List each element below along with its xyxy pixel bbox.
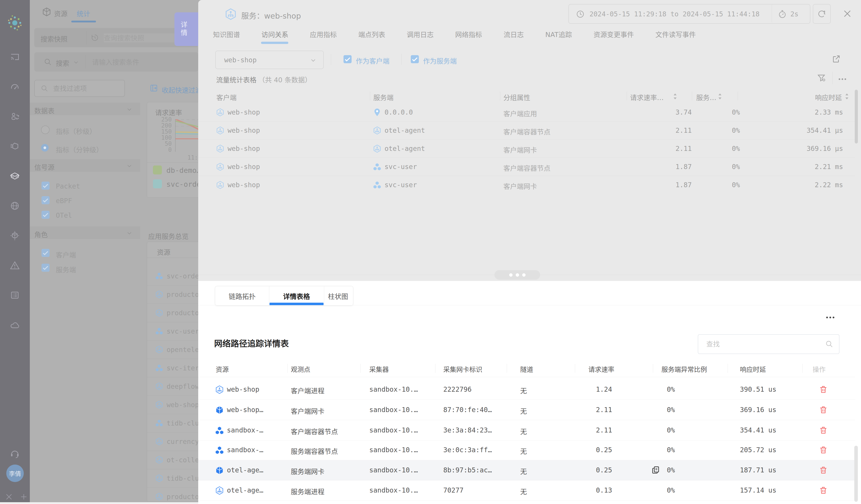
checkbox-packet[interactable] xyxy=(41,181,50,190)
resource-list-item[interactable]: opentele xyxy=(147,340,198,359)
tab-bar-chart[interactable]: 柱状图 xyxy=(324,286,352,305)
warning-icon[interactable] xyxy=(10,260,20,270)
delete-icon[interactable] xyxy=(819,486,828,495)
legend-label[interactable]: svc-orde… xyxy=(166,180,198,189)
tab-file-rw-events[interactable]: 文件读写事件 xyxy=(655,29,696,39)
report-icon[interactable] xyxy=(10,290,20,300)
interval-text[interactable]: 2s xyxy=(790,10,798,18)
col-latency[interactable]: 响应时延 xyxy=(740,364,766,374)
close-tab-icon[interactable] xyxy=(5,493,13,501)
tab-flow-logs[interactable]: 流日志 xyxy=(504,29,524,39)
section-data-table[interactable]: 数据表 xyxy=(30,103,140,115)
drawer-table-row[interactable]: web-shop…客户端网卡sandbox-10.…87:70:fe:40…无2… xyxy=(198,400,855,420)
checkbox-ebpf[interactable] xyxy=(41,196,50,204)
refresh-box[interactable] xyxy=(813,4,831,24)
tab-detail-table[interactable]: 详情表格 xyxy=(269,286,324,305)
gauge-icon[interactable] xyxy=(10,82,20,92)
col-observation-point[interactable]: 观测点 xyxy=(291,364,310,374)
flow-scrollbar[interactable] xyxy=(855,90,858,144)
col-client[interactable]: 客户端 xyxy=(216,92,236,102)
history-icon[interactable] xyxy=(91,33,99,42)
col-collector[interactable]: 采集器 xyxy=(369,364,389,374)
radio-metric-second[interactable] xyxy=(41,125,50,134)
delete-icon[interactable] xyxy=(819,446,828,454)
search-condition-input[interactable] xyxy=(92,58,191,67)
tab-network-metrics[interactable]: 网络指标 xyxy=(455,29,482,39)
sort-icon[interactable] xyxy=(673,93,677,100)
search-mode-label[interactable]: 搜索 xyxy=(56,58,69,68)
avatar[interactable]: 李倩 xyxy=(6,465,24,482)
resource-list-item[interactable]: producto xyxy=(147,487,198,502)
col-server-error-ratio[interactable]: 服务端异常比例 xyxy=(661,364,707,374)
legend-label[interactable]: db-demo… xyxy=(166,166,198,175)
drawer-table-row[interactable]: otel-age…服务端网卡sandbox-10.…8b:97:b5:ac…无0… xyxy=(198,460,855,480)
legend-chip[interactable] xyxy=(153,165,162,174)
col-request-rate[interactable]: 请求速率 xyxy=(588,364,614,374)
tab-nat-tracing[interactable]: NAT追踪 xyxy=(545,29,572,39)
flow-table-row[interactable]: web-shopsvc-user客户端容器节点1.870%2.21 ms xyxy=(198,158,855,176)
col-nic-id[interactable]: 采集网卡标识 xyxy=(443,364,482,374)
checkbox-otel[interactable] xyxy=(41,211,50,219)
user-switch-icon[interactable] xyxy=(10,111,20,121)
delete-icon[interactable] xyxy=(819,405,828,414)
tab-stats[interactable]: 统计 xyxy=(77,8,90,18)
flow-table-row[interactable]: web-shopsvc-user客户端网卡1.870%2.22 ms xyxy=(198,176,855,194)
delivery-icon[interactable] xyxy=(10,141,20,151)
drawer-drag-handle[interactable] xyxy=(494,270,540,280)
cube-3d-icon[interactable] xyxy=(10,231,20,241)
tab-knowledge-graph[interactable]: 知识图谱 xyxy=(213,29,240,39)
tab-access-relations[interactable]: 访问关系 xyxy=(261,29,288,39)
col-resource[interactable]: 资源 xyxy=(216,364,229,374)
globe-icon[interactable] xyxy=(10,201,20,211)
delete-icon[interactable] xyxy=(819,426,828,435)
deepflow-logo-icon[interactable] xyxy=(5,13,25,33)
resource-list-item[interactable]: producto xyxy=(147,285,198,304)
sort-icon[interactable] xyxy=(718,93,722,100)
delete-icon[interactable] xyxy=(819,385,828,394)
tab-call-logs[interactable]: 调用日志 xyxy=(407,29,434,39)
service-select[interactable]: web-shop xyxy=(215,51,324,69)
flow-table-row[interactable]: web-shopotel-agent客户端容器节点2.110%354.41 µs xyxy=(198,122,855,140)
checkbox-client[interactable] xyxy=(41,249,50,257)
flow-table-row[interactable]: web-shop0.0.0.0客户端应用3.740%2.33 ms xyxy=(198,103,855,122)
more-icon[interactable] xyxy=(838,74,847,84)
drawer-scrollbar[interactable] xyxy=(854,446,858,502)
resource-list-item[interactable]: deepflow xyxy=(147,377,198,396)
more-icon[interactable] xyxy=(825,312,835,323)
drawer-table-row[interactable]: otel-age…服务端进程sandbox-10.…70277无0.130%15… xyxy=(198,480,855,501)
col-server[interactable]: 服务端 xyxy=(373,92,394,102)
drawer-table-row[interactable]: web-shop客户端进程sandbox-10.…2222796无1.240%3… xyxy=(198,380,855,400)
col-latency[interactable]: 响应时延 xyxy=(775,92,842,102)
tab-topology[interactable]: 链路拓扑 xyxy=(215,286,269,305)
resource-list-item[interactable]: tidb-clu xyxy=(147,469,198,488)
cloud-icon[interactable] xyxy=(10,320,20,330)
resource-list-item[interactable]: ot-colle xyxy=(147,451,198,469)
collapse-filter-icon[interactable] xyxy=(150,84,158,92)
resource-list-item[interactable]: web-shop xyxy=(147,395,198,414)
col-request-rate[interactable]: 请求速率… xyxy=(630,92,664,102)
flow-table-row[interactable]: web-shopotel-agent客户端网卡2.110%369.16 µs xyxy=(198,140,855,158)
tab-resource[interactable]: 资源 xyxy=(54,8,68,18)
section-signal-source[interactable]: 信号源 xyxy=(30,159,140,172)
col-group[interactable]: 分组属性 xyxy=(503,92,530,102)
radio-metric-minute[interactable] xyxy=(41,144,49,152)
drawer-search-input[interactable] xyxy=(706,339,818,349)
section-role[interactable]: 角色 xyxy=(30,227,140,239)
tab-endpoint-list[interactable]: 端点列表 xyxy=(358,29,385,39)
sort-icon[interactable] xyxy=(845,93,849,100)
tab-app-metrics[interactable]: 应用指标 xyxy=(310,29,337,39)
legend-chip[interactable] xyxy=(153,179,162,188)
col-tunnel[interactable]: 隧道 xyxy=(520,364,533,374)
support-headset-icon[interactable] xyxy=(10,448,20,458)
resource-list-item[interactable]: tidb-clu xyxy=(147,414,198,433)
checkbox-as-server[interactable] xyxy=(411,55,419,63)
open-box-icon[interactable] xyxy=(10,171,20,181)
new-tab-icon[interactable] xyxy=(20,493,28,501)
trace-filter-icon[interactable] xyxy=(817,73,826,82)
close-icon[interactable] xyxy=(843,9,852,18)
tab-resource-change-events[interactable]: 资源变更事件 xyxy=(593,29,634,39)
cast-icon[interactable] xyxy=(10,52,20,62)
drawer-table-row[interactable]: sandbox-…服务端容器节点sandbox-10.…3e:0c:3a:ff…… xyxy=(198,440,855,460)
resource-list-item[interactable]: producto xyxy=(147,303,198,322)
time-range-box[interactable]: 2024-05-15 11:29:18 to 2024-05-15 11:44:… xyxy=(569,4,810,24)
